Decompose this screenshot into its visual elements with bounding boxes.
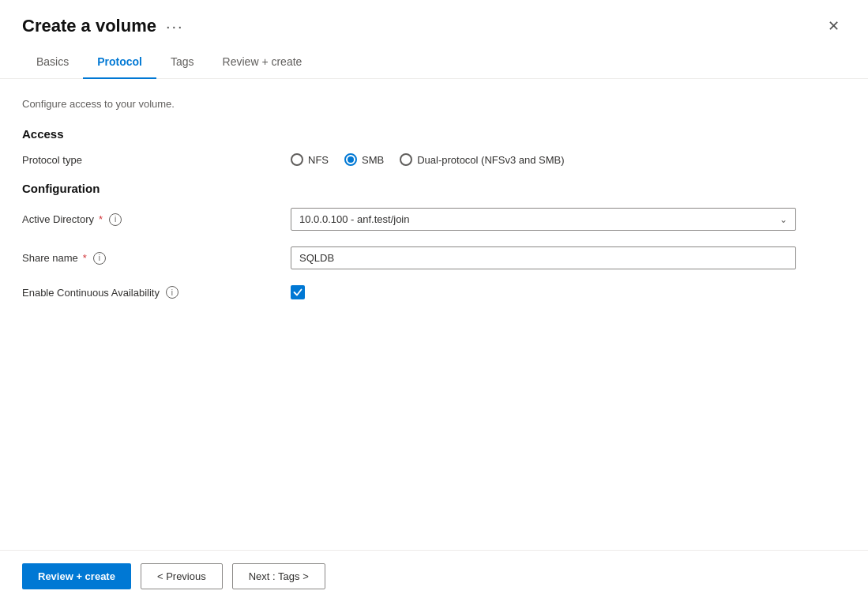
radio-smb[interactable]: SMB xyxy=(344,153,384,166)
share-name-label: Share name * i xyxy=(22,252,291,265)
tab-protocol[interactable]: Protocol xyxy=(83,46,156,79)
protocol-type-label: Protocol type xyxy=(22,154,291,166)
radio-dual[interactable]: Dual-protocol (NFSv3 and SMB) xyxy=(400,153,564,166)
active-directory-dropdown[interactable]: 10.0.0.100 - anf.test/join ⌄ xyxy=(291,208,796,231)
title-row: Create a volume ··· xyxy=(22,16,184,36)
tab-tags[interactable]: Tags xyxy=(156,46,209,79)
radio-nfs-label: NFS xyxy=(308,154,329,166)
radio-dual-input[interactable] xyxy=(400,153,412,166)
more-options-icon[interactable]: ··· xyxy=(166,17,184,36)
active-directory-info-icon[interactable]: i xyxy=(109,213,122,226)
enable-ca-row: Enable Continuous Availability i xyxy=(22,285,846,299)
tab-bar: Basics Protocol Tags Review + create xyxy=(0,46,868,79)
content-area: Configure access to your volume. Access … xyxy=(0,79,868,550)
configuration-section-title: Configuration xyxy=(22,182,846,195)
close-icon: ✕ xyxy=(828,18,840,34)
next-button[interactable]: Next : Tags > xyxy=(232,563,325,589)
enable-ca-label: Enable Continuous Availability i xyxy=(22,286,291,299)
dialog-footer: Review + create < Previous Next : Tags > xyxy=(0,550,868,602)
close-button[interactable]: ✕ xyxy=(821,16,846,36)
radio-nfs-input[interactable] xyxy=(291,153,303,166)
create-volume-dialog: Create a volume ··· ✕ Basics Protocol Ta… xyxy=(0,0,868,602)
radio-smb-label: SMB xyxy=(362,154,384,166)
radio-dual-label: Dual-protocol (NFSv3 and SMB) xyxy=(417,154,564,166)
section-subtitle: Configure access to your volume. xyxy=(22,98,846,110)
active-directory-value: 10.0.0.100 - anf.test/join xyxy=(299,213,409,225)
access-section: Access Protocol type NFS SMB xyxy=(22,127,846,166)
access-section-title: Access xyxy=(22,127,846,141)
active-directory-label: Active Directory * i xyxy=(22,213,291,226)
radio-smb-input[interactable] xyxy=(344,153,357,166)
radio-nfs[interactable]: NFS xyxy=(291,153,329,166)
share-name-row: Share name * i xyxy=(22,246,846,269)
protocol-type-row: Protocol type NFS SMB Dual-protocol (NFS… xyxy=(22,153,846,166)
configuration-section: Configuration Active Directory * i 10.0.… xyxy=(22,182,846,299)
dialog-title: Create a volume xyxy=(22,16,156,36)
review-create-button[interactable]: Review + create xyxy=(22,563,131,589)
active-directory-required: * xyxy=(99,213,103,225)
tab-basics[interactable]: Basics xyxy=(22,46,83,79)
share-name-info-icon[interactable]: i xyxy=(93,252,106,265)
protocol-type-radio-group: NFS SMB Dual-protocol (NFSv3 and SMB) xyxy=(291,153,565,166)
enable-ca-info-icon[interactable]: i xyxy=(166,286,178,299)
previous-button[interactable]: < Previous xyxy=(141,563,223,589)
share-name-input[interactable] xyxy=(291,246,796,269)
share-name-required: * xyxy=(83,252,87,264)
checkmark-icon xyxy=(293,288,302,297)
tab-review-create[interactable]: Review + create xyxy=(209,46,317,79)
enable-ca-checkbox[interactable] xyxy=(291,285,305,299)
dropdown-arrow-icon: ⌄ xyxy=(780,214,787,225)
active-directory-row: Active Directory * i 10.0.0.100 - anf.te… xyxy=(22,208,846,231)
dialog-header: Create a volume ··· ✕ xyxy=(0,0,868,46)
